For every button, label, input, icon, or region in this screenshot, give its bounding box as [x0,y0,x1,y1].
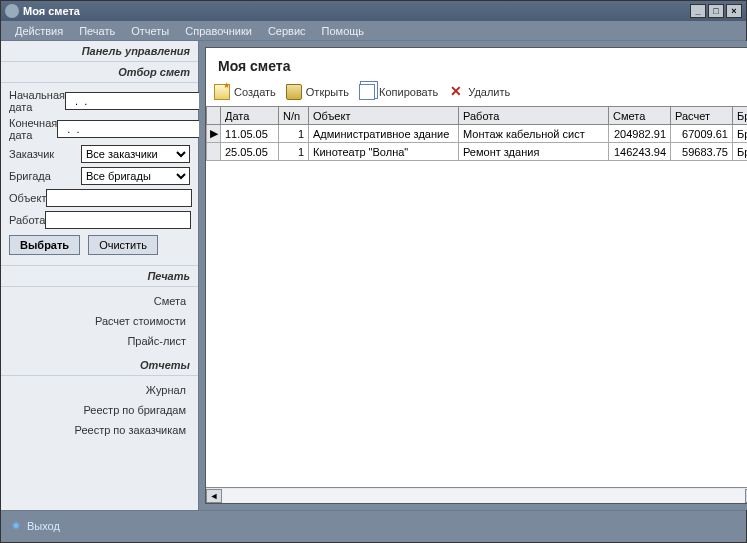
menubar: Действия Печать Отчеты Справочники Серви… [1,21,746,41]
menu-actions[interactable]: Действия [7,23,71,39]
print-link-cost[interactable]: Расчет стоимости [1,311,198,331]
end-date-input[interactable] [57,120,203,138]
select-button[interactable]: Выбрать [9,235,80,255]
customer-label: Заказчик [9,148,81,160]
data-grid[interactable]: Дата N/n Объект Работа Смета Расчет Бри [206,106,747,161]
brigade-select[interactable]: Все бригады [81,167,190,185]
print-link-price[interactable]: Прайс-лист [1,331,198,351]
start-date-label: Начальная дата [9,89,65,113]
horizontal-scrollbar[interactable]: ◄ ► [206,487,747,503]
row-selector-header [207,107,221,125]
delete-button[interactable]: ✕Удалить [448,84,510,100]
report-link-customers[interactable]: Реестр по заказчикам [1,420,198,440]
col-raschet[interactable]: Расчет [671,107,733,125]
minimize-button[interactable]: _ [690,4,706,18]
copy-icon [359,84,375,100]
page-title: Моя смета [206,48,747,82]
new-icon [214,84,230,100]
col-brigade[interactable]: Бри [733,107,748,125]
maximize-button[interactable]: □ [708,4,724,18]
customer-select[interactable]: Все заказчики [81,145,190,163]
copy-button[interactable]: Копировать [359,84,438,100]
brigade-label: Бригада [9,170,81,182]
col-date[interactable]: Дата [221,107,279,125]
table-row[interactable]: ▶ 11.05.05 1 Административное здание Мон… [207,125,748,143]
titlebar: Моя смета _ □ × [1,1,746,21]
menu-reports[interactable]: Отчеты [123,23,177,39]
scroll-left-icon[interactable]: ◄ [206,489,222,503]
main-panel: Моя смета Создать Открыть Копировать ✕Уд… [205,47,747,504]
exit-icon: ✷ [11,519,21,533]
toolbar: Создать Открыть Копировать ✕Удалить [206,82,747,106]
menu-service[interactable]: Сервис [260,23,314,39]
sidebar: Панель управления Отбор смет Начальная д… [1,41,199,510]
col-smeta[interactable]: Смета [609,107,671,125]
reports-header: Отчеты [1,355,198,376]
report-link-journal[interactable]: Журнал [1,380,198,400]
menu-help[interactable]: Помощь [314,23,373,39]
filter-header: Отбор смет [1,62,198,83]
create-button[interactable]: Создать [214,84,276,100]
app-icon [5,4,19,18]
start-date-input[interactable] [65,92,211,110]
col-nn[interactable]: N/n [279,107,309,125]
exit-link[interactable]: Выход [27,520,60,532]
table-row[interactable]: 25.05.05 1 Кинотеатр "Волна" Ремонт здан… [207,143,748,161]
delete-icon: ✕ [448,84,464,100]
close-button[interactable]: × [726,4,742,18]
col-work[interactable]: Работа [459,107,609,125]
print-header: Печать [1,266,198,287]
open-icon [286,84,302,100]
clear-button[interactable]: Очистить [88,235,158,255]
print-link-smeta[interactable]: Смета [1,291,198,311]
menu-print[interactable]: Печать [71,23,123,39]
report-link-brigades[interactable]: Реестр по бригадам [1,400,198,420]
panel-header: Панель управления [1,41,198,62]
object-input[interactable] [46,189,192,207]
row-indicator-icon [207,143,221,161]
work-input[interactable] [45,211,191,229]
object-label: Объект [9,192,46,204]
row-indicator-icon: ▶ [207,125,221,143]
window-title: Моя смета [23,5,80,17]
col-object[interactable]: Объект [309,107,459,125]
menu-directories[interactable]: Справочники [177,23,260,39]
footer: ✷ Выход [1,510,746,540]
open-button[interactable]: Открыть [286,84,349,100]
work-label: Работа [9,214,45,226]
end-date-label: Конечная дата [9,117,57,141]
